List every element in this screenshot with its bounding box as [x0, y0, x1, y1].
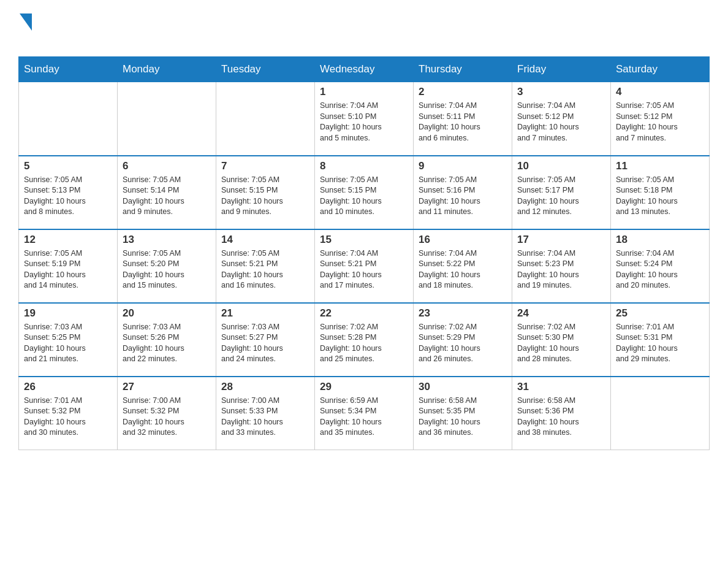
calendar-cell: 31Sunrise: 6:58 AM Sunset: 5:36 PM Dayli…: [512, 377, 611, 450]
calendar-cell: 14Sunrise: 7:05 AM Sunset: 5:21 PM Dayli…: [216, 229, 315, 303]
day-number: 8: [320, 160, 408, 172]
day-number: 22: [320, 307, 408, 320]
day-info: Sunrise: 7:02 AM Sunset: 5:28 PM Dayligh…: [320, 322, 408, 365]
day-number: 5: [24, 160, 112, 172]
calendar-cell: 29Sunrise: 6:59 AM Sunset: 5:34 PM Dayli…: [315, 377, 414, 450]
calendar-cell: 3Sunrise: 7:04 AM Sunset: 5:12 PM Daylig…: [512, 82, 611, 156]
svg-marker-0: [20, 13, 32, 31]
calendar-cell: 27Sunrise: 7:00 AM Sunset: 5:32 PM Dayli…: [118, 377, 216, 450]
day-number: 4: [616, 86, 704, 98]
calendar-cell: 2Sunrise: 7:04 AM Sunset: 5:11 PM Daylig…: [414, 82, 512, 156]
calendar-cell: 15Sunrise: 7:04 AM Sunset: 5:21 PM Dayli…: [315, 229, 414, 303]
weekday-header-tuesday: Tuesday: [216, 57, 315, 82]
calendar-cell: 22Sunrise: 7:02 AM Sunset: 5:28 PM Dayli…: [315, 303, 414, 377]
day-info: Sunrise: 7:03 AM Sunset: 5:26 PM Dayligh…: [123, 322, 211, 365]
day-info: Sunrise: 7:05 AM Sunset: 5:19 PM Dayligh…: [24, 248, 112, 291]
calendar-week-row: 19Sunrise: 7:03 AM Sunset: 5:25 PM Dayli…: [19, 303, 710, 377]
calendar-cell: 21Sunrise: 7:03 AM Sunset: 5:27 PM Dayli…: [216, 303, 315, 377]
calendar-cell: 11Sunrise: 7:05 AM Sunset: 5:18 PM Dayli…: [611, 156, 710, 229]
calendar-cell: 10Sunrise: 7:05 AM Sunset: 5:17 PM Dayli…: [512, 156, 611, 229]
day-info: Sunrise: 6:58 AM Sunset: 5:35 PM Dayligh…: [419, 396, 507, 439]
calendar-cell: 17Sunrise: 7:04 AM Sunset: 5:23 PM Dayli…: [512, 229, 611, 303]
day-number: 30: [419, 381, 507, 393]
day-info: Sunrise: 7:05 AM Sunset: 5:13 PM Dayligh…: [24, 175, 112, 218]
day-number: 27: [123, 381, 211, 393]
day-info: Sunrise: 7:05 AM Sunset: 5:14 PM Dayligh…: [123, 175, 211, 218]
calendar-cell: [118, 82, 216, 156]
calendar-cell: 4Sunrise: 7:05 AM Sunset: 5:12 PM Daylig…: [611, 82, 710, 156]
day-info: Sunrise: 7:00 AM Sunset: 5:32 PM Dayligh…: [123, 396, 211, 439]
day-info: Sunrise: 7:04 AM Sunset: 5:21 PM Dayligh…: [320, 248, 408, 291]
day-info: Sunrise: 7:04 AM Sunset: 5:12 PM Dayligh…: [517, 101, 605, 144]
calendar-cell: 8Sunrise: 7:05 AM Sunset: 5:15 PM Daylig…: [315, 156, 414, 229]
weekday-header-wednesday: Wednesday: [315, 57, 414, 82]
logo-triangle-icon: [20, 13, 32, 31]
calendar-cell: [19, 82, 118, 156]
day-number: 29: [320, 381, 408, 393]
day-info: Sunrise: 7:05 AM Sunset: 5:16 PM Dayligh…: [419, 175, 507, 218]
day-number: 15: [320, 234, 408, 246]
calendar-cell: 20Sunrise: 7:03 AM Sunset: 5:26 PM Dayli…: [118, 303, 216, 377]
day-number: 16: [419, 234, 507, 246]
day-number: 10: [517, 160, 605, 172]
day-number: 6: [123, 160, 211, 172]
day-info: Sunrise: 7:05 AM Sunset: 5:15 PM Dayligh…: [221, 175, 309, 218]
calendar-cell: 7Sunrise: 7:05 AM Sunset: 5:15 PM Daylig…: [216, 156, 315, 229]
day-info: Sunrise: 7:02 AM Sunset: 5:30 PM Dayligh…: [517, 322, 605, 365]
day-info: Sunrise: 7:00 AM Sunset: 5:33 PM Dayligh…: [221, 396, 309, 439]
calendar-cell: 18Sunrise: 7:04 AM Sunset: 5:24 PM Dayli…: [611, 229, 710, 303]
calendar-week-row: 12Sunrise: 7:05 AM Sunset: 5:19 PM Dayli…: [19, 229, 710, 303]
day-number: 17: [517, 234, 605, 246]
day-info: Sunrise: 7:05 AM Sunset: 5:15 PM Dayligh…: [320, 175, 408, 218]
calendar-cell: 28Sunrise: 7:00 AM Sunset: 5:33 PM Dayli…: [216, 377, 315, 450]
day-number: 21: [221, 307, 309, 320]
day-info: Sunrise: 7:01 AM Sunset: 5:32 PM Dayligh…: [24, 396, 112, 439]
day-number: 7: [221, 160, 309, 172]
calendar-cell: [216, 82, 315, 156]
day-number: 19: [24, 307, 112, 320]
day-number: 23: [419, 307, 507, 320]
calendar-cell: 25Sunrise: 7:01 AM Sunset: 5:31 PM Dayli…: [611, 303, 710, 377]
calendar-cell: 13Sunrise: 7:05 AM Sunset: 5:20 PM Dayli…: [118, 229, 216, 303]
calendar-cell: 16Sunrise: 7:04 AM Sunset: 5:22 PM Dayli…: [414, 229, 512, 303]
day-number: 2: [419, 86, 507, 98]
calendar-cell: 30Sunrise: 6:58 AM Sunset: 5:35 PM Dayli…: [414, 377, 512, 450]
day-info: Sunrise: 7:05 AM Sunset: 5:21 PM Dayligh…: [221, 248, 309, 291]
calendar-cell: 12Sunrise: 7:05 AM Sunset: 5:19 PM Dayli…: [19, 229, 118, 303]
day-number: 1: [320, 86, 408, 98]
day-info: Sunrise: 7:02 AM Sunset: 5:29 PM Dayligh…: [419, 322, 507, 365]
day-number: 31: [517, 381, 605, 393]
day-info: Sunrise: 7:05 AM Sunset: 5:20 PM Dayligh…: [123, 248, 211, 291]
day-number: 26: [24, 381, 112, 393]
day-info: Sunrise: 7:04 AM Sunset: 5:23 PM Dayligh…: [517, 248, 605, 291]
day-info: Sunrise: 7:03 AM Sunset: 5:25 PM Dayligh…: [24, 322, 112, 365]
calendar-cell: 5Sunrise: 7:05 AM Sunset: 5:13 PM Daylig…: [19, 156, 118, 229]
day-number: 3: [517, 86, 605, 98]
day-info: Sunrise: 6:59 AM Sunset: 5:34 PM Dayligh…: [320, 396, 408, 439]
page-header: [18, 12, 710, 50]
calendar-week-row: 26Sunrise: 7:01 AM Sunset: 5:32 PM Dayli…: [19, 377, 710, 450]
day-number: 18: [616, 234, 704, 246]
calendar-cell: 24Sunrise: 7:02 AM Sunset: 5:30 PM Dayli…: [512, 303, 611, 377]
weekday-header-monday: Monday: [118, 57, 216, 82]
day-info: Sunrise: 7:04 AM Sunset: 5:11 PM Dayligh…: [419, 101, 507, 144]
calendar-cell: 23Sunrise: 7:02 AM Sunset: 5:29 PM Dayli…: [414, 303, 512, 377]
logo: [18, 12, 32, 50]
day-number: 24: [517, 307, 605, 320]
day-info: Sunrise: 7:05 AM Sunset: 5:17 PM Dayligh…: [517, 175, 605, 218]
day-info: Sunrise: 7:04 AM Sunset: 5:24 PM Dayligh…: [616, 248, 704, 291]
weekday-header-saturday: Saturday: [611, 57, 710, 82]
day-info: Sunrise: 6:58 AM Sunset: 5:36 PM Dayligh…: [517, 396, 605, 439]
day-info: Sunrise: 7:01 AM Sunset: 5:31 PM Dayligh…: [616, 322, 704, 365]
calendar-table: SundayMondayTuesdayWednesdayThursdayFrid…: [18, 56, 710, 450]
calendar-cell: 6Sunrise: 7:05 AM Sunset: 5:14 PM Daylig…: [118, 156, 216, 229]
day-number: 20: [123, 307, 211, 320]
day-number: 13: [123, 234, 211, 246]
day-number: 14: [221, 234, 309, 246]
day-number: 11: [616, 160, 704, 172]
calendar-week-row: 5Sunrise: 7:05 AM Sunset: 5:13 PM Daylig…: [19, 156, 710, 229]
calendar-cell: 1Sunrise: 7:04 AM Sunset: 5:10 PM Daylig…: [315, 82, 414, 156]
day-number: 28: [221, 381, 309, 393]
calendar-cell: 19Sunrise: 7:03 AM Sunset: 5:25 PM Dayli…: [19, 303, 118, 377]
weekday-header-row: SundayMondayTuesdayWednesdayThursdayFrid…: [19, 57, 710, 82]
